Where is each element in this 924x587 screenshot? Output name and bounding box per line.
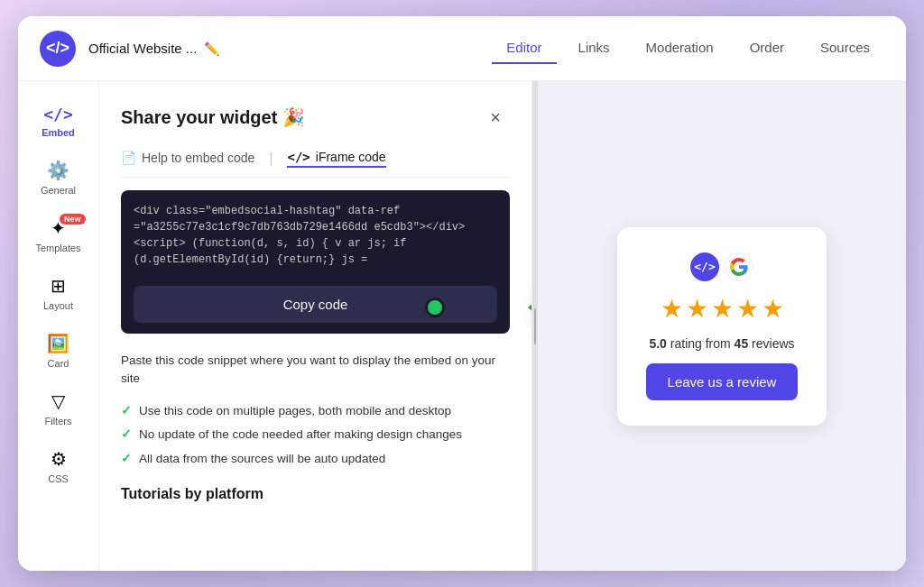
rating-text: 5.0 rating from 45 reviews [649,336,794,351]
star-4: ★ [736,294,759,324]
code-icon: </> [287,150,310,164]
sidebar-item-general-label: General [41,185,76,196]
google-logo [725,252,753,281]
sidebar-item-card[interactable]: 🖼️ Card [26,324,91,378]
main-content: Share your widget 🎉 × 📄 Help to embed co… [99,81,906,571]
code-block: <div class="embedsocial-hashtag" data-re… [121,190,510,280]
project-name-text: Official Website ... [88,41,197,56]
sidebar-item-embed-label: Embed [42,127,75,138]
header-nav: Editor Links Moderation Order Sources [492,32,884,64]
widget-logos: </> [690,252,753,281]
review-count: 45 [735,336,749,351]
sidebar-item-css-label: CSS [48,473,69,484]
rating-label: rating from [670,336,731,351]
sidebar: </> Embed ⚙️ General New ✦ Templates ⊞ L… [18,81,99,571]
green-dot-indicator [425,298,445,317]
star-2: ★ [686,294,708,324]
close-button[interactable]: × [481,103,510,132]
doc-icon: 📄 [121,151,136,165]
paste-info-text: Paste this code snippet where you want t… [121,352,510,389]
star-1: ★ [661,294,683,324]
embedsocial-logo: </> [690,252,719,281]
rating-value: 5.0 [649,336,666,351]
tutorials-title: Tutorials by platform [121,486,510,502]
new-badge: New [60,214,86,225]
widget-preview-card: </> ★ ★ [617,227,827,426]
header: </> Official Website ... ✏️ Editor Links… [18,16,906,81]
embed-panel: Share your widget 🎉 × 📄 Help to embed co… [99,81,532,571]
nav-editor[interactable]: Editor [492,32,556,64]
sidebar-item-embed[interactable]: </> Embed [26,96,91,147]
star-rating: ★ ★ ★ ★ ★ [661,294,784,324]
css-icon: ⚙ [51,448,67,470]
edit-icon[interactable]: ✏️ [204,41,219,56]
close-icon: × [490,107,501,128]
sidebar-item-layout[interactable]: ⊞ Layout [26,266,91,320]
checklist: Use this code on multiple pages, both mo… [121,403,510,469]
sidebar-item-css[interactable]: ⚙ CSS [26,439,91,493]
sidebar-item-general[interactable]: ⚙️ General [26,151,91,205]
nav-moderation[interactable]: Moderation [632,32,728,64]
tab-iframe-code[interactable]: </> iFrame code [287,150,385,168]
preview-area: </> ★ ★ [538,81,906,571]
sidebar-item-card-label: Card [48,358,69,369]
sidebar-item-filters[interactable]: ▽ Filters [26,381,91,436]
code-tabs: 📄 Help to embed code | </> iFrame code [121,150,510,178]
copy-btn-row: Copy code [121,280,510,334]
nav-sources[interactable]: Sources [806,32,884,64]
logo-icon: </> [46,39,69,58]
card-icon: 🖼️ [47,333,69,354]
sidebar-item-templates[interactable]: New ✦ Templates [26,208,91,262]
project-name[interactable]: Official Website ... ✏️ [88,41,219,56]
checklist-item-1: Use this code on multiple pages, both mo… [121,403,510,420]
logo-button[interactable]: </> [40,31,76,67]
sidebar-item-templates-label: Templates [35,243,80,253]
panel-title: Share your widget 🎉 [121,106,305,128]
filter-icon: ▽ [51,390,65,412]
tab-help-embed[interactable]: 📄 Help to embed code [121,151,254,167]
layout-icon: ⊞ [51,275,66,297]
panel-header: Share your widget 🎉 × [121,103,510,132]
reviews-label: reviews [752,336,794,351]
gear-icon: ⚙️ [47,160,69,181]
body-area: </> Embed ⚙️ General New ✦ Templates ⊞ L… [18,81,906,571]
checklist-item-3: All data from the sources will be auto u… [121,451,510,468]
tab-divider: | [269,151,273,167]
sidebar-item-layout-label: Layout [43,300,73,311]
nav-order[interactable]: Order [735,32,799,64]
leave-review-button[interactable]: Leave us a review [646,363,799,400]
sidebar-item-filters-label: Filters [45,416,72,426]
nav-links[interactable]: Links [564,32,624,64]
star-3: ★ [711,294,734,324]
checklist-item-2: No update of the code needed after makin… [121,426,510,444]
star-5: ★ [762,294,784,324]
embed-icon: </> [43,105,73,124]
